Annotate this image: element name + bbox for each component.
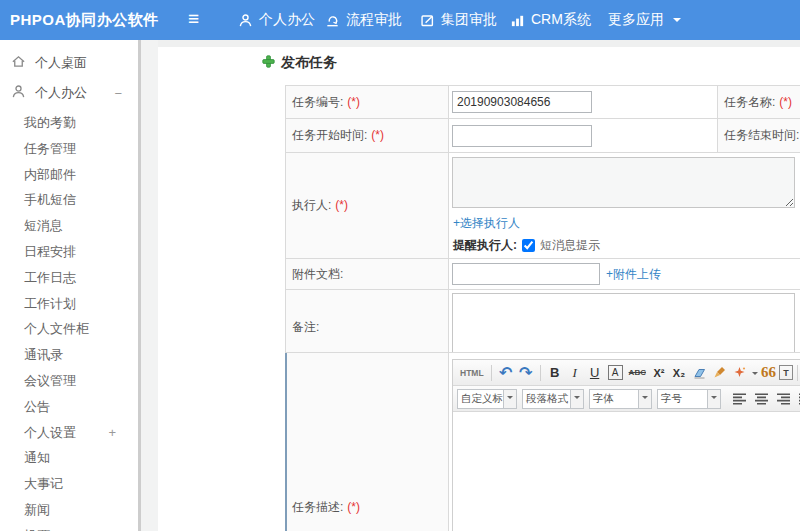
user-icon <box>11 84 26 102</box>
sidebar-item-personal-desktop[interactable]: 个人桌面 <box>0 48 138 78</box>
html-source-button[interactable]: HTML <box>458 363 486 383</box>
nav-more-apps[interactable]: 更多应用 <box>608 0 681 40</box>
page: PHPOA协同办公软件 ≡ 个人办公 流程审批 集团审批 CRM系统 更多应用 … <box>0 0 800 531</box>
format-brush-icon[interactable] <box>711 363 729 383</box>
executor-textarea[interactable] <box>452 157 795 208</box>
collapse-minus-icon[interactable]: − <box>114 86 122 101</box>
auto-typeset-icon[interactable] <box>731 363 749 383</box>
sidebar-item-work-log[interactable]: 工作日志 <box>0 265 138 291</box>
attachment-upload-link[interactable]: +附件上传 <box>606 267 661 281</box>
sidebar-item-work-plan[interactable]: 工作计划 <box>0 291 138 317</box>
underline-button[interactable]: U <box>586 363 604 383</box>
subscript-button[interactable]: X₂ <box>670 363 688 383</box>
sidebar-submenu: 我的考勤 任务管理 内部邮件 手机短信 短消息 日程安排 工作日志 工作计划 个… <box>0 110 138 531</box>
expand-plus-icon[interactable]: + <box>108 420 116 446</box>
header-bar: PHPOA协同办公软件 ≡ 个人办公 流程审批 集团审批 CRM系统 更多应用 <box>0 0 800 40</box>
sidebar-item-label: 个人文件柜 <box>24 316 89 342</box>
user-icon <box>238 13 253 28</box>
task-name-label: 任务名称:(*) <box>718 86 800 119</box>
nav-crm-system[interactable]: CRM系统 <box>510 0 591 40</box>
sidebar-item-notification[interactable]: 通知 <box>0 445 138 471</box>
toolbar-separator <box>540 365 541 381</box>
sidebar-item-label: 内部邮件 <box>24 162 76 188</box>
description-label: 任务描述:(*) <box>286 353 449 531</box>
sidebar-item-memorabilia[interactable]: 大事记 <box>0 471 138 497</box>
font-size-select[interactable]: 字号 <box>657 389 721 409</box>
start-time-input[interactable] <box>452 125 592 147</box>
border-text-button[interactable]: A <box>608 365 623 380</box>
sidebar-item-personal-files[interactable]: 个人文件柜 <box>0 316 138 342</box>
align-center-icon[interactable] <box>754 393 769 405</box>
rich-text-editor: HTML ↶ ↷ B I U A ABC X² X₂ <box>452 359 800 531</box>
sidebar-item-vote[interactable]: 投票 <box>0 523 138 531</box>
bold-button[interactable]: B <box>546 363 564 383</box>
sidebar-item-mobile-sms[interactable]: 手机短信 <box>0 187 138 213</box>
paste-as-text-button[interactable]: T <box>779 365 793 380</box>
content-gutter <box>141 40 158 531</box>
strikethrough-button[interactable]: ABC <box>627 363 648 383</box>
align-right-icon[interactable] <box>776 393 791 405</box>
required-mark: (*) <box>335 198 348 212</box>
nav-label: 更多应用 <box>608 11 664 29</box>
caret-down-icon <box>503 390 516 408</box>
sidebar-item-label: 工作日志 <box>24 265 76 291</box>
task-no-input[interactable] <box>452 91 592 113</box>
app-logo: PHPOA协同办公软件 <box>10 0 159 40</box>
sidebar-item-short-message[interactable]: 短消息 <box>0 213 138 239</box>
caret-down-icon <box>570 390 583 408</box>
sms-remind-option-label: 短消息提示 <box>540 237 600 254</box>
font-family-select[interactable]: 字体 <box>589 389 652 409</box>
sidebar-item-label: 新闻 <box>24 497 50 523</box>
end-time-label: 任务结束时间:(*) <box>718 119 800 153</box>
sidebar-item-label: 个人办公 <box>35 84 87 102</box>
caret-down-icon <box>752 372 758 378</box>
eraser-icon[interactable] <box>690 363 709 383</box>
sidebar-item-task-management[interactable]: 任务管理 <box>0 136 138 162</box>
nav-label: 个人办公 <box>259 11 315 29</box>
sidebar-item-label: 通讯录 <box>24 342 63 368</box>
sidebar-item-internal-mail[interactable]: 内部邮件 <box>0 162 138 188</box>
sidebar-item-contacts[interactable]: 通讯录 <box>0 342 138 368</box>
process-approval-icon <box>325 13 340 28</box>
plus-icon <box>262 55 275 71</box>
custom-title-select[interactable]: 自定义标题 <box>457 389 517 409</box>
sidebar-item-label: 个人桌面 <box>35 54 87 72</box>
blockquote-button[interactable]: 66 <box>759 363 778 383</box>
toolbar-separator <box>797 365 798 381</box>
nav-personal-office[interactable]: 个人办公 <box>238 0 315 40</box>
content-top-strip <box>158 40 800 47</box>
sidebar-item-meeting-management[interactable]: 会议管理 <box>0 368 138 394</box>
nav-group-approval[interactable]: 集团审批 <box>420 0 497 40</box>
sidebar-item-label: 公告 <box>24 394 50 420</box>
sidebar-item-my-attendance[interactable]: 我的考勤 <box>0 110 138 136</box>
undo-icon[interactable]: ↶ <box>497 363 515 383</box>
sidebar-item-news[interactable]: 新闻 <box>0 497 138 523</box>
sidebar-item-personal-settings[interactable]: 个人设置+ <box>0 420 138 446</box>
align-left-icon[interactable] <box>732 393 747 405</box>
required-mark: (*) <box>347 95 360 109</box>
attachment-input[interactable] <box>452 263 600 285</box>
nav-process-approval[interactable]: 流程审批 <box>325 0 402 40</box>
alignment-buttons <box>732 393 800 405</box>
sidebar-item-label: 日程安排 <box>24 239 76 265</box>
sidebar-item-label: 短消息 <box>24 213 63 239</box>
sms-remind-checkbox[interactable] <box>522 239 535 252</box>
remark-textarea[interactable] <box>452 293 795 361</box>
editor-table-left-edge <box>285 353 287 531</box>
sidebar-item-label: 手机短信 <box>24 187 76 213</box>
sidebar-item-personal-office[interactable]: 个人办公 − <box>0 78 138 108</box>
italic-button[interactable]: I <box>566 363 584 383</box>
editor-toolbar-row2: 自定义标题 段落格式 字体 字号 <box>453 386 800 412</box>
sidebar-item-schedule[interactable]: 日程安排 <box>0 239 138 265</box>
caret-down-icon <box>673 18 681 26</box>
sidebar-item-label: 工作计划 <box>24 291 76 317</box>
executor-label: 执行人:(*) <box>286 153 449 259</box>
superscript-button[interactable]: X² <box>650 363 668 383</box>
sidebar-item-announcement[interactable]: 公告 <box>0 394 138 420</box>
hamburger-menu-icon[interactable]: ≡ <box>188 0 199 40</box>
paragraph-format-select[interactable]: 段落格式 <box>522 389 584 409</box>
select-executor-link[interactable]: +选择执行人 <box>453 216 520 230</box>
editor-content-area[interactable] <box>453 412 800 531</box>
caret-down-icon <box>707 390 720 408</box>
redo-icon[interactable]: ↷ <box>517 363 535 383</box>
